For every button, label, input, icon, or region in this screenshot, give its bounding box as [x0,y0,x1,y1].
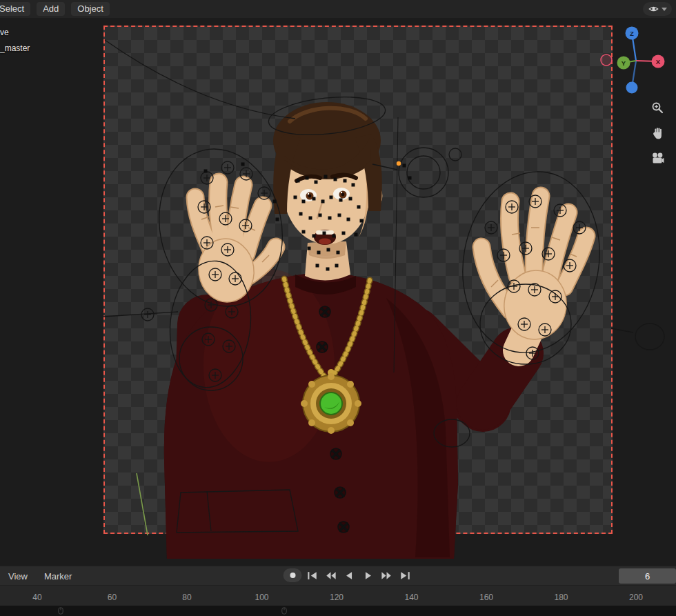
svg-text:X: X [656,58,661,66]
viewport-overlay-text-collection: _master [0,43,30,53]
jump-to-end-button[interactable] [397,568,414,582]
gizmo-neg-z-ball [626,82,638,94]
movie-camera-icon [651,152,664,164]
play-icon [363,571,374,580]
jump-to-end-icon [400,571,411,580]
jump-to-start-button[interactable] [304,568,321,582]
ruler-tick-label: 60 [108,593,117,602]
gizmo-x-ball: X [652,55,665,68]
3d-viewport[interactable]: Select Add Object ve _master Z [0,0,676,566]
gizmo-neg-x-ball [601,54,612,66]
navigation-gizmo[interactable]: Z Y X [590,21,668,95]
auto-keyframe-button[interactable] [284,568,302,582]
svg-text:Z: Z [630,30,634,37]
magnifier-plus-icon [651,101,664,114]
timeline-header: View Marker [0,566,676,585]
previous-keyframe-button[interactable] [323,568,339,582]
timeline-menu-view[interactable]: View [8,571,28,582]
camera-view-button[interactable] [650,150,665,166]
zoom-tool-button[interactable] [650,100,665,115]
status-bar [0,606,676,616]
mouse-left-icon [58,607,63,615]
mouse-right-icon [281,607,287,615]
ruler-tick-label: 120 [330,593,344,602]
gizmo-y-ball: Y [617,57,630,70]
menu-add[interactable]: Add [37,2,65,16]
ruler-tick-label: 200 [629,593,643,602]
ruler-tick-label: 160 [479,593,493,602]
viewport-overlay-text-perspective: ve [0,28,9,37]
next-keyframe-button[interactable] [379,568,395,582]
play-button[interactable] [360,568,377,582]
playback-controls [284,568,414,582]
timeline-menu-marker[interactable]: Marker [44,571,72,582]
svg-text:Y: Y [622,59,626,67]
record-icon [289,572,296,579]
camera-frame [103,26,613,534]
ruler-tick-label: 180 [554,593,568,602]
ruler-tick-label: 140 [404,593,418,602]
pan-tool-button[interactable] [650,126,665,141]
visibility-dropdown[interactable] [643,2,672,16]
play-reverse-icon [344,571,355,580]
play-reverse-button[interactable] [341,568,358,582]
hand-icon [652,127,664,139]
gizmo-z-ball: Z [626,27,639,40]
chevron-down-icon [662,7,667,11]
current-frame-field[interactable]: 6 [619,568,676,584]
current-frame-value: 6 [645,571,650,582]
next-keyframe-icon [381,571,392,580]
jump-to-start-icon [307,571,318,580]
previous-keyframe-icon [326,571,337,580]
blender-window: Select Add Object ve _master Z [0,0,676,616]
ruler-tick-label: 40 [32,593,41,602]
timeline-ruler[interactable]: 406080100120140160180200 [0,585,676,606]
ruler-tick-label: 80 [182,593,191,602]
ruler-tick-label: 100 [255,593,268,602]
eye-icon [648,4,659,14]
viewport-header: Select Add Object [0,0,676,18]
menu-select[interactable]: Select [0,2,30,16]
menu-object[interactable]: Object [71,2,110,16]
